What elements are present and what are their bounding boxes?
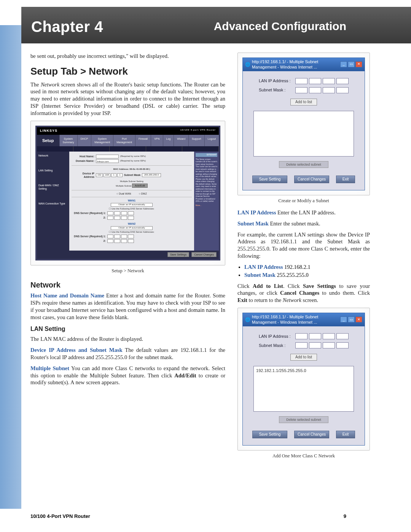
router-top-tabs: Setup System Summary DHCP System Managem…: [37, 135, 219, 146]
paragraph-lan-mac: The LAN MAC address of the Router is dis…: [30, 335, 225, 343]
page-header: Chapter 4 Advanced Configuration: [0, 7, 411, 43]
maximize-icon[interactable]: ▭: [348, 61, 355, 67]
paragraph-subnetmask: Subnet Mask Enter the subnet mask.: [237, 220, 370, 227]
exit-button[interactable]: Exit: [336, 431, 355, 438]
paragraph-lanip: LAN IP Address Enter the LAN IP address.: [237, 209, 370, 216]
cancel-changes-button[interactable]: Cancel Changes: [294, 431, 329, 438]
product-name: 10/100 4-Port VPN Router: [30, 513, 90, 519]
screenshot-subnet-added: 🌐 http://192.168.1.1/ - Multiple Subnet …: [237, 308, 370, 451]
paragraph-multiple-subnet: Multiple Subnet You can add more Class C…: [30, 365, 225, 387]
page-number: 9: [344, 513, 346, 519]
router-logo: LINKSYS: [40, 129, 57, 133]
subnet-list-2[interactable]: 192.182.1.1/255.255.255.0: [253, 366, 354, 412]
heading-lan-setting: LAN Setting: [30, 325, 225, 333]
paragraph-hostname: Host Name and Domain Name Enter a host a…: [30, 292, 225, 321]
heading-setup-network: Setup Tab > Network: [30, 65, 225, 78]
add-to-list-button[interactable]: Add to list: [290, 354, 317, 361]
lan-ip-row: LAN IP Address :: [259, 78, 349, 84]
paragraph-click: Click Add to List. Click Save Settings t…: [237, 283, 370, 304]
ie-titlebar-2: 🌐 http://192.168.1.1/ - Multiple Subnet …: [243, 313, 365, 326]
chapter-title: Chapter 4: [31, 18, 103, 35]
intro-paragraph: be sent out, probably use incorrect sett…: [30, 53, 225, 60]
screenshot-subnet-create: 🌐 http://192.168.1.1/ - Multiple Subnet …: [237, 53, 370, 195]
save-setting-button[interactable]: Save Setting: [252, 431, 287, 438]
save-settings-button[interactable]: Save Settings: [167, 252, 189, 257]
minimize-icon[interactable]: _: [340, 316, 347, 323]
section-title: Advanced Configuration: [214, 20, 346, 33]
tab-setup[interactable]: Setup: [37, 135, 59, 146]
caption-add-classc: Add One More Class C Network: [237, 453, 370, 459]
router-help-panel: SITEMAP The Setup screen contains all of…: [194, 152, 219, 251]
router-sidebar: Network LAN Setting Dual-WAN / DMZ Setti…: [37, 152, 69, 251]
close-icon[interactable]: ✕: [355, 61, 362, 67]
delete-subnet-button[interactable]: Delete selected subnet: [279, 161, 328, 168]
page-footer: 10/100 4-Port VPN Router 9: [30, 513, 346, 519]
caption-setup-network: Setup > Network: [30, 268, 225, 274]
cancel-changes-button[interactable]: Cancel Changes: [191, 252, 217, 257]
paragraph-example: For example, the current LAN settings sh…: [237, 231, 370, 260]
bullet-list: LAN IP Address 192.168.2.1 Subnet Mask 2…: [244, 264, 370, 279]
add-edit-button[interactable]: Add/Edit: [132, 184, 147, 188]
exit-button[interactable]: Exit: [336, 176, 355, 183]
close-icon[interactable]: ✕: [355, 316, 362, 323]
right-column: 🌐 http://192.168.1.1/ - Multiple Subnet …: [237, 53, 370, 464]
add-to-list-button[interactable]: Add to list: [290, 99, 317, 105]
subnet-mask-row: Subnet Mask :: [259, 87, 349, 93]
cancel-changes-button[interactable]: Cancel Changes: [294, 176, 329, 183]
save-setting-button[interactable]: Save Setting: [252, 176, 287, 183]
paragraph-setup: The Network screen shows all of the Rout…: [30, 81, 225, 117]
caption-create-subnet: Create or Modify a Subnet: [237, 198, 370, 204]
delete-subnet-button[interactable]: Delete selected subnet: [279, 416, 328, 423]
left-column: be sent out, probably use incorrect sett…: [30, 53, 225, 464]
maximize-icon[interactable]: ▭: [348, 316, 355, 323]
screenshot-router-setup: LINKSYS 10/100 4-port VPN Router Setup S…: [30, 121, 225, 265]
left-accent-bar: [0, 25, 21, 509]
subnet-list[interactable]: [253, 111, 354, 157]
minimize-icon[interactable]: _: [340, 61, 347, 67]
heading-network: Network: [30, 280, 225, 290]
ie-titlebar: 🌐 http://192.168.1.1/ - Multiple Subnet …: [243, 58, 365, 71]
ie-icon: 🌐: [245, 62, 250, 67]
paragraph-device-ip: Device IP Address and Subnet Mask The de…: [30, 347, 225, 361]
ie-icon: 🌐: [245, 317, 250, 322]
